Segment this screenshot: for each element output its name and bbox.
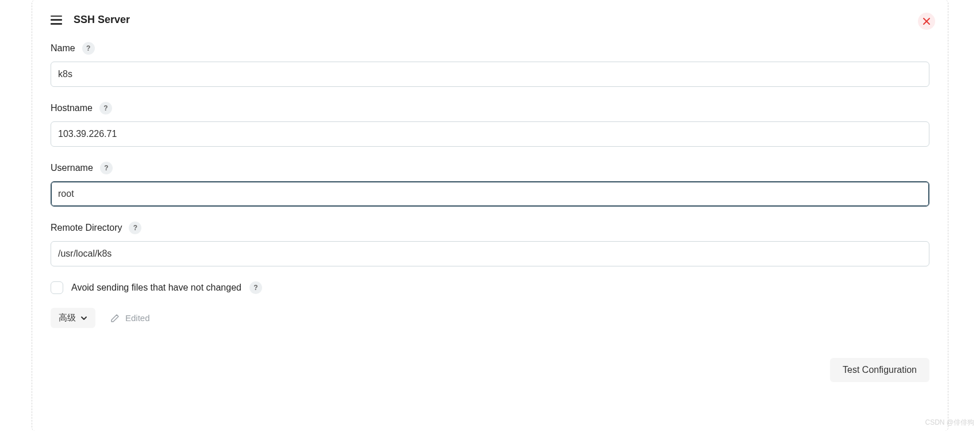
remote-directory-group: Remote Directory ? [51, 222, 929, 266]
name-label: Name [51, 43, 75, 54]
username-input[interactable] [51, 181, 929, 207]
edited-indicator: Edited [110, 313, 150, 323]
help-icon[interactable]: ? [100, 162, 113, 174]
name-input[interactable] [51, 62, 929, 87]
close-button[interactable] [918, 13, 935, 30]
hostname-group: Hostname ? [51, 102, 929, 147]
help-icon[interactable]: ? [129, 222, 141, 234]
help-icon[interactable]: ? [249, 281, 262, 294]
edited-label: Edited [125, 313, 150, 323]
close-icon [923, 17, 931, 25]
username-group: Username ? [51, 162, 929, 207]
avoid-unchanged-checkbox[interactable] [51, 281, 63, 294]
avoid-unchanged-label: Avoid sending files that have not change… [71, 283, 241, 293]
username-label: Username [51, 163, 93, 173]
name-group: Name ? [51, 42, 929, 87]
remote-directory-label: Remote Directory [51, 223, 122, 233]
pencil-icon [110, 314, 120, 323]
panel-footer: Test Configuration [51, 358, 929, 382]
help-icon[interactable]: ? [82, 42, 95, 55]
advanced-label: 高级 [59, 312, 76, 323]
help-icon[interactable]: ? [99, 102, 112, 115]
panel-title: SSH Server [74, 14, 130, 26]
advanced-button[interactable]: 高级 [51, 308, 95, 328]
hostname-input[interactable] [51, 121, 929, 147]
avoid-unchanged-row: Avoid sending files that have not change… [51, 281, 929, 294]
test-configuration-button[interactable]: Test Configuration [830, 358, 929, 382]
toolbar: 高级 Edited [51, 308, 929, 328]
drag-handle-icon[interactable] [51, 16, 62, 25]
panel-header: SSH Server [51, 14, 929, 26]
chevron-down-icon [80, 315, 87, 322]
ssh-server-panel: SSH Server Name ? Hostname ? Username ? … [32, 0, 948, 431]
hostname-label: Hostname [51, 103, 93, 113]
remote-directory-input[interactable] [51, 241, 929, 266]
